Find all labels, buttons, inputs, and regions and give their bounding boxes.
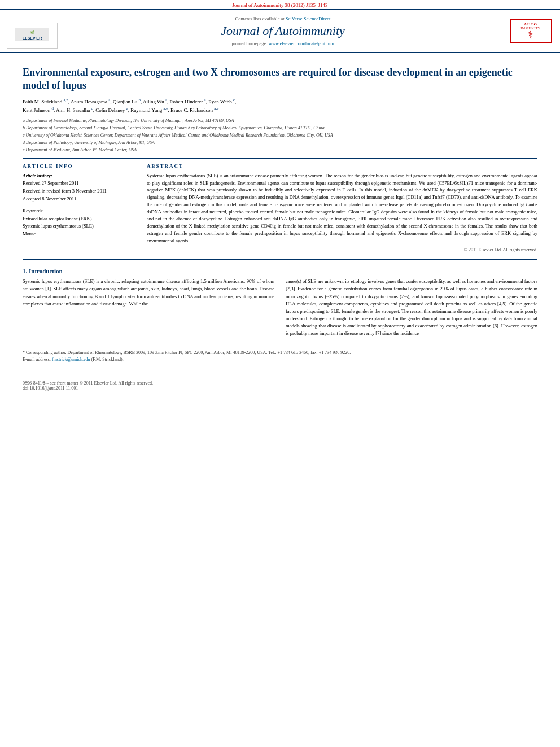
autoimmunity-badge-area: AUTO IMMUNITY ⚕ (508, 14, 553, 49)
abstract-label: ABSTRACT (147, 163, 537, 169)
author-ailing: Ailing Wu a (143, 99, 167, 104)
sciverse-line: Contents lists available at SciVerse Sci… (69, 16, 497, 21)
abstract-col: ABSTRACT Systemic lupus erythematosus (S… (147, 163, 537, 253)
article-info-label: ARTICLE INFO (23, 163, 135, 169)
corresponding-note: * Corresponding author. Department of Rh… (23, 350, 537, 356)
received-date: Received 27 September 2011 (23, 180, 135, 187)
svg-text:ELSEVIER: ELSEVIER (23, 36, 42, 40)
main-content: Environmental exposure, estrogen and two… (0, 53, 560, 369)
author-ryan: Ryan Webb c (208, 99, 235, 104)
copyright-line: © 2011 Elsevier Ltd. All rights reserved… (147, 247, 537, 252)
elsevier-logo-area: 🌿 ELSEVIER (7, 14, 58, 49)
email-person: (F.M. Strickland). (91, 357, 124, 362)
sciverse-link[interactable]: SciVerse ScienceDirect (286, 16, 331, 21)
bottom-bar: 0896-8411/$ – see front matter © 2011 El… (0, 378, 560, 391)
keyword-1: Extracellular receptor kinase (ERK) (23, 215, 135, 223)
keywords-label: Keywords: (23, 207, 135, 215)
abstract-paragraph: Systemic lupus erythematosus (SLE) is an… (147, 172, 537, 244)
badge-title: AUTO (514, 22, 548, 27)
affiliation-c: c University of Oklahoma Health Sciences… (23, 132, 537, 139)
abstract-text: Systemic lupus erythematosus (SLE) is an… (147, 172, 537, 244)
intro-left-col: Systemic lupus erythematosus (SLE) is a … (23, 278, 274, 340)
author-faith: Faith M. Strickland a,* (23, 99, 68, 104)
autoimmunity-badge: AUTO IMMUNITY ⚕ (510, 19, 552, 43)
author-bruce: Bruce C. Richardson a,e (170, 107, 218, 113)
journal-main-title: Journal of Autoimmunity (69, 24, 497, 38)
keywords-block: Keywords: Extracellular receptor kinase … (23, 207, 135, 238)
author-colin: Colin Delaney a (95, 107, 128, 113)
divider-2 (23, 259, 537, 260)
history-label: Article history: (23, 172, 135, 180)
journal-url[interactable]: www.elsevier.com/locate/jautimm (269, 41, 334, 46)
article-history: Article history: Received 27 September 2… (23, 172, 135, 203)
article-info-col: ARTICLE INFO Article history: Received 2… (23, 163, 135, 253)
author-kent: Kent Johnson d (23, 107, 54, 113)
journal-top-bar: Journal of Autoimmunity 38 (2012) J135–J… (0, 0, 560, 9)
article-title: Environmental exposure, estrogen and two… (23, 66, 537, 93)
intro-right-text: cause(s) of SLE are unknown, its etiolog… (286, 278, 537, 337)
intro-heading: 1. Introduction (23, 268, 537, 274)
author-robert: Robert Hinderer a (170, 99, 206, 104)
email-address[interactable]: fmstrick@umich.edu (52, 357, 90, 362)
journal-homepage: journal homepage: www.elsevier.com/locat… (69, 41, 497, 46)
info-abstract-section: ARTICLE INFO Article history: Received 2… (23, 163, 537, 253)
affiliation-a: a Department of Internal Medicine, Rheum… (23, 117, 537, 124)
keyword-2: Systemic lupus erythematosus (SLE) (23, 222, 135, 230)
intro-right-col: cause(s) of SLE are unknown, its etiolog… (286, 278, 537, 340)
intro-body: Systemic lupus erythematosus (SLE) is a … (23, 278, 537, 340)
issn-line: 0896-8411/$ – see front matter © 2011 El… (23, 381, 537, 386)
elsevier-graphic: 🌿 ELSEVIER (12, 25, 52, 45)
author-qianjian: Qianjian Lu b (113, 99, 141, 104)
affiliation-e: e Department of Medicine, Ann Arbor VA M… (23, 147, 537, 154)
keyword-3: Mouse (23, 230, 135, 238)
email-label: E-mail address: (23, 357, 51, 362)
author-anura: Anura Hewagama a (71, 99, 111, 104)
revised-date: Received in revised form 3 November 2011 (23, 187, 135, 195)
svg-text:🌿: 🌿 (30, 30, 34, 34)
journal-citation: Journal of Autoimmunity 38 (2012) J135–J… (232, 2, 327, 8)
affiliation-b: b Department of Dermatology, Second Xian… (23, 125, 537, 132)
intro-left-text: Systemic lupus erythematosus (SLE) is a … (23, 278, 274, 308)
authors-line: Faith M. Strickland a,*, Anura Hewagama … (23, 97, 537, 115)
introduction-section: 1. Introduction Systemic lupus erythemat… (23, 268, 537, 340)
author-amr: Amr H. Sawalha c (56, 107, 93, 113)
divider-1 (23, 158, 537, 159)
author-raymond: Raymond Yung a,e (130, 107, 168, 113)
affiliation-d: d Department of Pathology, University of… (23, 139, 537, 146)
journal-title-area: Contents lists available at SciVerse Sci… (58, 14, 508, 49)
accepted-date: Accepted 8 November 2011 (23, 195, 135, 203)
affiliations: a Department of Internal Medicine, Rheum… (23, 117, 537, 154)
doi-line: doi:10.1016/j.jaut.2011.11.001 (23, 386, 537, 391)
journal-header: 🌿 ELSEVIER Contents lists available at S… (0, 9, 560, 53)
badge-icon: ⚕ (514, 30, 548, 40)
email-note: E-mail address: fmstrick@umich.edu (F.M.… (23, 356, 537, 363)
footnote-section: * Corresponding author. Department of Rh… (23, 347, 537, 363)
